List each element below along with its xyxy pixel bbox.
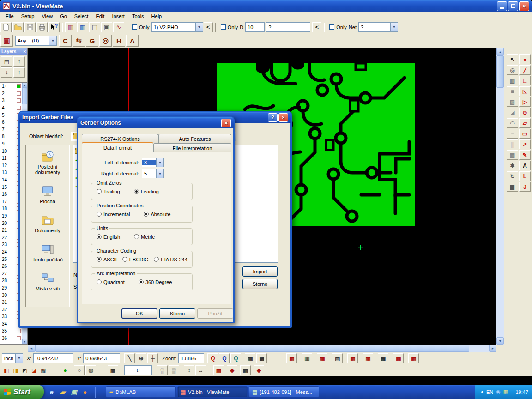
tray-chevron-icon[interactable]: ◄ [480, 390, 484, 394]
scroll-up-icon[interactable]: ▲ [22, 83, 27, 88]
snap-mode-5-icon[interactable]: ▩ [39, 366, 48, 375]
film-pattern-5-icon[interactable]: ▦ [347, 353, 358, 363]
diagonal-dim-tool-icon[interactable]: ↗ [519, 139, 531, 149]
left-of-decimal-combo[interactable]: 3 ▼ [142, 158, 164, 167]
prev-dcode-button[interactable]: < [312, 22, 321, 32]
horizontal-scrollbar[interactable]: ◄ ► [28, 345, 496, 352]
layer-color-swatch[interactable] [17, 84, 21, 88]
grid-toggle-button[interactable]: ▦ [108, 365, 118, 375]
start-button[interactable]: Start [0, 385, 44, 399]
line-tool-icon[interactable]: ╱ [519, 65, 531, 75]
layer-color-swatch[interactable] [17, 91, 21, 96]
film-pattern-3-icon[interactable]: ▦ [317, 353, 327, 363]
dcode-table-icon[interactable]: ▦ [65, 22, 76, 32]
radio-option[interactable]: Absolute [144, 212, 170, 217]
menu-item[interactable]: Select [71, 12, 92, 21]
text-tool-icon[interactable]: A [519, 161, 531, 170]
menu-item[interactable]: Help [148, 12, 166, 21]
chevron-down-icon[interactable]: ▼ [49, 36, 56, 45]
select-net-tool-icon[interactable]: ◎ [507, 65, 518, 75]
right-of-decimal-combo[interactable]: 5 ▼ [142, 169, 164, 178]
zoom-select-icon[interactable]: Q [219, 353, 230, 363]
dcode-input[interactable]: 10 [245, 22, 265, 32]
radio-option[interactable]: EBCDIC [122, 257, 149, 262]
ie-icon[interactable]: e [48, 388, 56, 396]
apply-button[interactable]: Použít [197, 308, 233, 319]
aperture-flash-button[interactable]: ▣ [0, 35, 13, 47]
scrollbar-thumb[interactable] [22, 88, 27, 104]
chevron-down-icon[interactable]: ▼ [390, 23, 398, 31]
rotate-tool-icon[interactable]: ↻ [507, 171, 518, 181]
pad-view-2-icon[interactable]: ◆ [227, 365, 237, 375]
dcode-grid-icon[interactable]: ▦ [245, 353, 255, 363]
new-file-button[interactable] [0, 22, 12, 32]
tool-a-icon[interactable]: A [126, 35, 139, 47]
step-tool-icon[interactable]: ░ [507, 139, 518, 149]
radio-option[interactable]: English [97, 234, 120, 240]
film-compare-icon[interactable]: ▤ [89, 22, 100, 32]
target-tool-icon[interactable]: ⊙ [519, 108, 531, 117]
report-icon[interactable]: ▣ [101, 22, 112, 32]
units-combo[interactable]: inch ▼ [2, 353, 23, 363]
snap-mode-3-icon[interactable]: ◩ [21, 366, 29, 375]
open-file-button[interactable] [12, 22, 24, 32]
layer-color-swatch[interactable] [17, 98, 21, 103]
net-grid-icon[interactable]: ▩ [256, 353, 267, 363]
highlight-lamp-icon[interactable]: ○ [74, 365, 85, 375]
tab-rs274x-options[interactable]: RS274-X Options [82, 134, 158, 143]
cancel-button[interactable]: Storno [159, 308, 195, 319]
tool-swap-icon[interactable]: ⇆ [73, 35, 85, 47]
chevron-down-icon[interactable]: ▼ [15, 354, 23, 363]
scrollbar-thumb[interactable] [496, 55, 504, 88]
menu-item[interactable]: Setup [18, 12, 38, 21]
axis-icon[interactable]: ┼ [147, 353, 158, 363]
scroll-up-icon[interactable]: ▲ [496, 48, 504, 55]
dim-tool-icon[interactable]: ≡ [507, 129, 518, 139]
dashed-outline-tool-icon[interactable]: ◺ [519, 86, 531, 96]
polygon-tool-icon[interactable]: ▱ [519, 118, 531, 128]
radio-option[interactable]: Leading [134, 189, 159, 194]
radio-option[interactable]: Metric [134, 234, 155, 240]
film-pattern-9-icon[interactable]: ▦ [408, 353, 419, 363]
place-network[interactable]: Místa v síti [27, 272, 68, 291]
place-documents[interactable]: Dokumenty [27, 214, 68, 233]
pointer-tool-icon[interactable]: ↖ [507, 54, 518, 64]
layers-panel-titlebar[interactable]: Layers × [0, 48, 27, 55]
tab-data-format[interactable]: Data Format [82, 142, 153, 152]
layer-down-icon[interactable]: ↓ [1, 67, 12, 78]
close-button[interactable]: × [221, 119, 231, 127]
minimize-button[interactable] [497, 1, 507, 11]
radio-option[interactable]: Quadrant [97, 279, 125, 285]
menu-item[interactable]: Insert [108, 12, 128, 21]
vertical-scrollbar[interactable]: ▲ ▼ [496, 48, 504, 345]
close-button[interactable]: × [278, 113, 288, 122]
selection-filter-combo[interactable]: Any (U) ▼ [15, 36, 57, 46]
folder-quicklaunch-icon[interactable]: ▰ [59, 388, 67, 396]
tool-target-icon[interactable]: ◎ [99, 35, 112, 47]
highlight-trace-icon[interactable]: ∿ [113, 22, 124, 32]
taskbar-task-button[interactable]: ▦ V2.bin - ViewMate [177, 386, 248, 398]
language-indicator[interactable]: EN [486, 389, 493, 395]
zoom-all-icon[interactable]: Q [230, 353, 241, 363]
radio-option[interactable]: 360 Degree [139, 279, 172, 285]
cancel-button[interactable]: Storno [242, 279, 278, 289]
dcode-info-field[interactable]: ? [266, 22, 310, 32]
insert-vertex-tool-icon[interactable]: ▷ [519, 97, 531, 107]
layer-color-swatch[interactable] [17, 329, 21, 333]
close-button[interactable]: × [519, 1, 529, 11]
tool-c-icon[interactable]: C [59, 35, 72, 47]
measure-diagonal-icon[interactable]: ╲ [124, 353, 135, 363]
chevron-down-icon[interactable]: ▼ [156, 158, 163, 167]
only-dcode-checkbox[interactable] [221, 24, 226, 30]
save-file-button[interactable] [24, 22, 36, 32]
tab-file-interpretation[interactable]: File Interpretation [153, 143, 231, 152]
grid-tool-icon[interactable]: ▦ [507, 150, 518, 160]
chevron-down-icon[interactable]: ▼ [156, 169, 163, 178]
dot-grid-2-icon[interactable]: ▒ [169, 365, 179, 375]
net-select-combo[interactable]: ? ▼ [358, 22, 398, 32]
tray-keyboard-icon[interactable]: ▦ [503, 389, 508, 395]
film-pattern-4-icon[interactable]: ▤ [332, 353, 343, 363]
zoom-in-icon[interactable]: Q [207, 353, 218, 363]
radio-option[interactable]: Incremental [97, 212, 130, 217]
dot-grid-1-icon[interactable]: ░ [157, 365, 168, 375]
